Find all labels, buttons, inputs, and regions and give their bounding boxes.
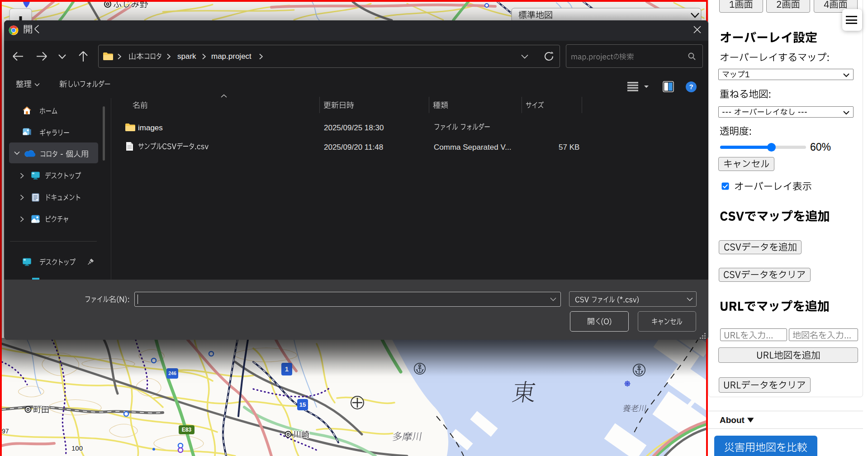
svg-text:97: 97 bbox=[2, 428, 9, 435]
svg-text:E83: E83 bbox=[182, 427, 192, 433]
svg-text:15: 15 bbox=[299, 401, 306, 408]
svg-text:100: 100 bbox=[71, 444, 83, 452]
